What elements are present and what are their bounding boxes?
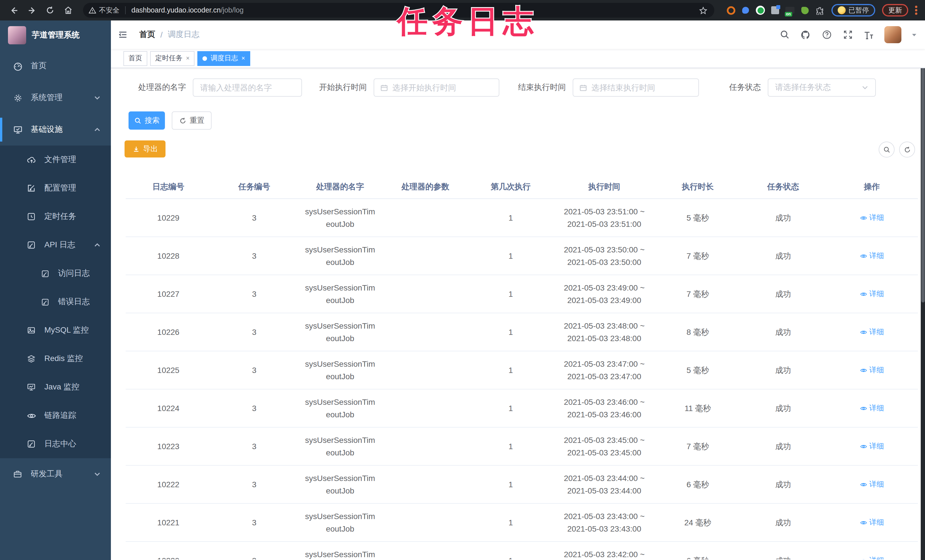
reload-icon[interactable] — [42, 2, 58, 18]
breadcrumb-home[interactable]: 首页 — [139, 30, 155, 40]
extension-orange-icon[interactable] — [725, 4, 737, 17]
detail-link[interactable]: 详细 — [860, 326, 884, 338]
extensions-puzzle-icon[interactable] — [813, 4, 826, 17]
sidebar-item-error-log[interactable]: 错误日志 — [0, 288, 111, 316]
close-icon[interactable]: × — [241, 55, 245, 62]
exec-index-cell: 1 — [468, 504, 553, 541]
job-id-cell: 3 — [211, 199, 297, 236]
status-select[interactable]: 请选择任务状态 — [768, 78, 876, 97]
duration-cell: 8 毫秒 — [655, 313, 740, 351]
close-icon[interactable]: × — [186, 55, 190, 62]
tag-home[interactable]: 首页 — [124, 51, 147, 66]
sidebar: 芋道管理系统 首页 系统管理 — [0, 21, 111, 560]
sidebar-menu: 首页 系统管理 基础设施 — [0, 50, 111, 560]
sidebar-item-system[interactable]: 系统管理 — [0, 82, 111, 114]
exec-time-cell: 2021-05-03 23:49:00 ~ 2021-05-03 23:49:0… — [553, 275, 655, 313]
exec-time-cell: 2021-05-03 23:42:00 ~ 2021-05-03 23:42:0… — [553, 542, 655, 559]
start-time-input[interactable] — [374, 79, 499, 96]
extension-green-icon[interactable] — [754, 4, 767, 17]
caret-down-icon[interactable] — [911, 32, 917, 38]
status-cell: 成功 — [740, 390, 826, 427]
sidebar-item-file-management[interactable]: 文件管理 — [0, 146, 111, 174]
browser-menu-icon[interactable] — [915, 6, 917, 15]
search-icon[interactable] — [779, 29, 790, 41]
column-header: 日志编号 — [126, 176, 211, 199]
export-button[interactable]: 导出 — [125, 140, 166, 158]
sidebar-item-java-monitor[interactable]: Java 监控 — [0, 373, 111, 401]
sidebar-item-config-management[interactable]: 配置管理 — [0, 174, 111, 202]
scrollbar-thumb[interactable] — [921, 52, 924, 303]
scrollbar[interactable] — [920, 21, 925, 560]
end-time-input[interactable] — [573, 79, 698, 96]
detail-link[interactable]: 详细 — [860, 478, 884, 491]
table-row: 10224 3 sysUserSessionTim eoutJob 1 2021… — [126, 390, 918, 428]
exec-time-cell: 2021-05-03 23:45:00 ~ 2021-05-03 23:45:0… — [553, 428, 655, 465]
forward-icon[interactable] — [24, 2, 40, 18]
tag-scheduled-tasks[interactable]: 定时任务 × — [150, 51, 195, 66]
status-cell: 成功 — [740, 237, 826, 275]
exec-time-cell: 2021-05-03 23:51:00 ~ 2021-05-03 23:51:0… — [553, 199, 655, 236]
hamburger-icon[interactable] — [113, 25, 133, 44]
image-icon — [26, 325, 36, 336]
security-status[interactable]: 不安全 — [89, 5, 119, 15]
detail-link[interactable]: 详细 — [860, 516, 884, 529]
sidebar-item-api-log[interactable]: API 日志 — [0, 231, 111, 259]
detail-link[interactable]: 详细 — [860, 402, 884, 414]
filter-end-time: 结束执行时间 — [518, 78, 699, 97]
dashboard-icon — [12, 61, 23, 71]
detail-link[interactable]: 详细 — [860, 364, 884, 376]
sidebar-item-dev-tools[interactable]: 研发工具 — [0, 458, 111, 490]
sidebar-item-home[interactable]: 首页 — [0, 50, 111, 82]
home-icon[interactable] — [60, 2, 76, 18]
user-avatar[interactable] — [884, 26, 901, 43]
sidebar-item-redis-monitor[interactable]: Redis 监控 — [0, 345, 111, 373]
detail-link[interactable]: 详细 — [860, 440, 884, 453]
sidebar-item-mysql-monitor[interactable]: MySQL 监控 — [0, 316, 111, 345]
status-cell: 成功 — [740, 542, 826, 559]
chevron-down-icon — [94, 471, 101, 477]
handler-name-input[interactable] — [193, 79, 301, 96]
chevron-up-icon — [94, 126, 101, 133]
fullscreen-icon[interactable] — [842, 29, 853, 41]
detail-link[interactable]: 详细 — [860, 211, 884, 224]
browser-update-button[interactable]: 更新 — [882, 4, 908, 17]
refresh-icon — [179, 117, 186, 124]
eye-icon — [860, 481, 867, 488]
refresh-table-button[interactable] — [899, 142, 915, 158]
app-window: 芋道管理系统 首页 系统管理 — [0, 21, 925, 560]
log-id-cell: 10224 — [126, 390, 211, 427]
search-button[interactable]: 搜索 — [128, 111, 165, 129]
log-id-cell: 10229 — [126, 199, 211, 236]
sidebar-item-tracing[interactable]: 链路追踪 — [0, 401, 111, 430]
toggle-search-button[interactable] — [879, 142, 895, 158]
exec-index-cell: 1 — [468, 428, 553, 465]
detail-link[interactable]: 详细 — [860, 554, 884, 559]
github-icon[interactable] — [800, 29, 811, 41]
help-icon[interactable] — [821, 29, 832, 41]
extension-grid-icon[interactable] — [769, 4, 781, 17]
sidebar-item-log-center[interactable]: 日志中心 — [0, 430, 111, 458]
exec-time-cell: 2021-05-03 23:46:00 ~ 2021-05-03 23:46:0… — [553, 390, 655, 427]
log-id-cell: 10227 — [126, 275, 211, 313]
extension-pin-icon[interactable] — [739, 4, 752, 17]
exec-index-cell: 1 — [468, 351, 553, 389]
extension-leaf-icon[interactable] — [798, 4, 811, 17]
font-size-icon[interactable] — [863, 29, 874, 41]
reset-button[interactable]: 重置 — [172, 111, 212, 129]
tag-schedule-log[interactable]: 调度日志 × — [197, 51, 250, 66]
status-cell: 成功 — [740, 275, 826, 313]
bookmark-star-icon[interactable] — [697, 5, 709, 16]
detail-link[interactable]: 详细 — [860, 250, 884, 262]
detail-link[interactable]: 详细 — [860, 288, 884, 300]
table-row: 10228 3 sysUserSessionTim eoutJob 1 2021… — [126, 237, 918, 275]
extension-on-icon[interactable]: on — [784, 4, 796, 17]
filter-start-time: 开始执行时间 — [318, 78, 499, 97]
monitor-chart-icon — [26, 382, 36, 392]
paused-badge[interactable]: 已暂停 — [832, 4, 875, 17]
sidebar-item-access-log[interactable]: 访问日志 — [0, 259, 111, 288]
exec-time-cell: 2021-05-03 23:48:00 ~ 2021-05-03 23:48:0… — [553, 313, 655, 351]
back-icon[interactable] — [6, 2, 22, 18]
sidebar-item-infrastructure[interactable]: 基础设施 — [0, 114, 111, 146]
app-logo-row[interactable]: 芋道管理系统 — [0, 21, 111, 50]
sidebar-item-scheduled-tasks[interactable]: 定时任务 — [0, 202, 111, 231]
